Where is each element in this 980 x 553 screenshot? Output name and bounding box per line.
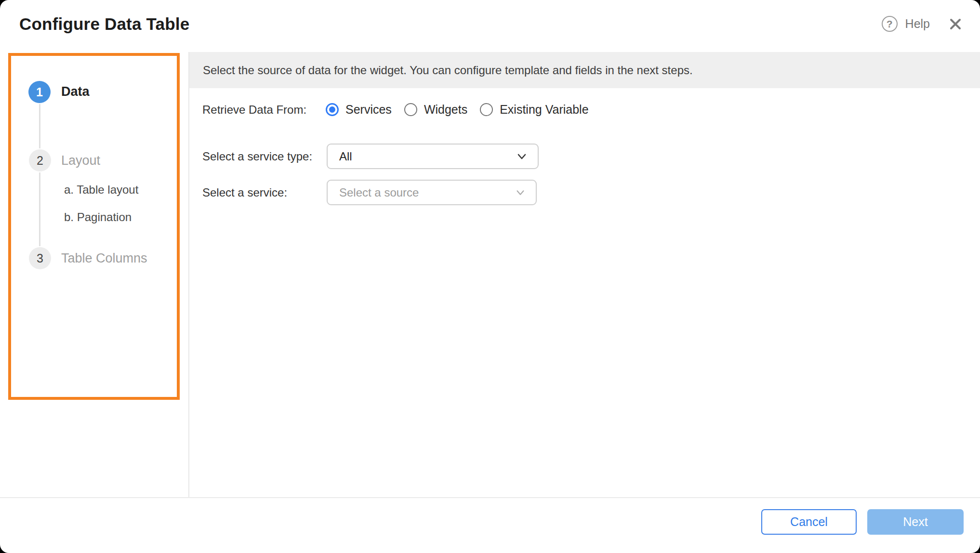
sidebar-divider	[188, 52, 189, 497]
step-1-circle[interactable]: 1	[28, 81, 51, 103]
step-connector	[39, 172, 40, 246]
retrieve-data-from-label: Retrieve Data From:	[202, 103, 306, 117]
step-connector	[39, 104, 40, 148]
step-2-circle[interactable]: 2	[29, 149, 51, 171]
help-button[interactable]: ? Help	[882, 16, 930, 32]
service-label: Select a service:	[202, 186, 287, 199]
sidebar-item-table-layout[interactable]: a. Table layout	[64, 183, 138, 197]
radio-existing-variable-label: Existing Variable	[500, 103, 588, 117]
service-type-dropdown[interactable]: All	[327, 144, 539, 169]
sidebar-item-table-columns[interactable]: Table Columns	[61, 251, 147, 266]
service-placeholder: Select a source	[339, 186, 515, 199]
steps-highlight-box	[8, 53, 180, 400]
info-bar: Select the source of data for the widget…	[189, 52, 980, 88]
radio-existing-variable[interactable]: Existing Variable	[480, 103, 588, 117]
chevron-down-icon	[515, 187, 526, 198]
sidebar-item-pagination[interactable]: b. Pagination	[64, 211, 132, 224]
radio-unselected-icon[interactable]	[404, 103, 417, 116]
radio-widgets-label: Widgets	[424, 103, 467, 117]
sidebar-item-data[interactable]: Data	[61, 84, 90, 99]
close-icon[interactable]	[948, 17, 963, 31]
footer-divider	[0, 497, 980, 498]
help-label: Help	[905, 17, 930, 31]
next-button[interactable]: Next	[867, 509, 964, 535]
header-actions: ? Help	[882, 16, 963, 32]
retrieve-data-radio-group: Services Widgets Existing Variable	[326, 98, 589, 120]
configure-data-table-dialog: Configure Data Table ? Help 1 Data 2 Lay…	[0, 0, 980, 553]
service-type-label: Select a service type:	[202, 150, 312, 163]
radio-unselected-icon[interactable]	[480, 103, 493, 116]
sidebar-item-layout[interactable]: Layout	[61, 153, 100, 168]
chevron-down-icon	[516, 150, 528, 163]
cancel-button[interactable]: Cancel	[761, 509, 857, 535]
service-type-value: All	[339, 150, 516, 163]
help-question-icon: ?	[882, 16, 898, 32]
radio-services-label: Services	[345, 103, 392, 117]
radio-services[interactable]: Services	[326, 103, 392, 117]
info-bar-text: Select the source of data for the widget…	[203, 64, 693, 77]
radio-selected-icon[interactable]	[326, 103, 339, 116]
step-3-circle[interactable]: 3	[29, 247, 51, 269]
service-dropdown[interactable]: Select a source	[327, 180, 537, 205]
page-title: Configure Data Table	[19, 14, 189, 34]
radio-widgets[interactable]: Widgets	[404, 103, 467, 117]
